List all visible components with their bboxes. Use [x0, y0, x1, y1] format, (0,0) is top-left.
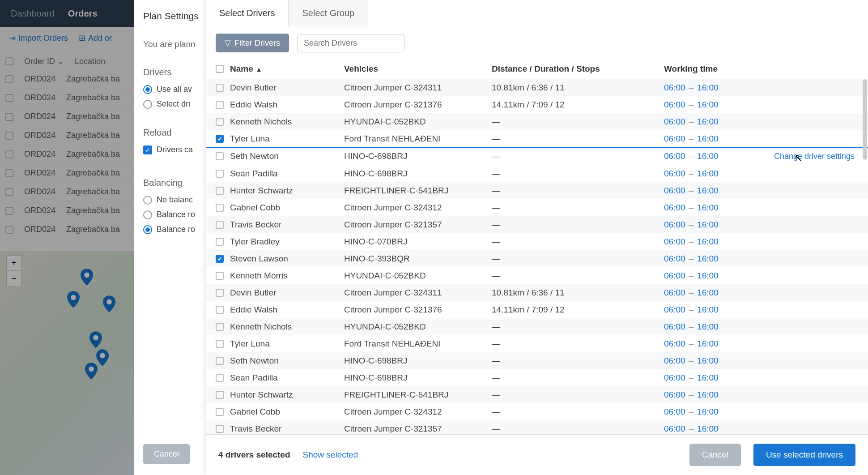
start-time-link[interactable]: 06:00	[664, 339, 685, 349]
start-time-link[interactable]: 06:00	[664, 322, 685, 332]
driver-row[interactable]: Eddie Walsh Citroen Jumper C-321376 14.1…	[206, 96, 868, 113]
start-time-link[interactable]: 06:00	[664, 356, 685, 366]
start-time-link[interactable]: 06:00	[664, 186, 685, 196]
use-selected-drivers-button[interactable]: Use selected drivers	[753, 444, 855, 466]
driver-checkbox[interactable]	[216, 425, 224, 433]
drivers-table-body[interactable]: Devin Butler Citroen Jumper C-324311 10.…	[206, 79, 868, 434]
col-name-header[interactable]: Name▲	[230, 64, 344, 74]
end-time-link[interactable]: 16:00	[697, 271, 719, 281]
driver-row[interactable]: Seth Newton HINO-C-698BRJ — 06:00 – 16:0…	[206, 352, 868, 369]
driver-checkbox[interactable]	[216, 306, 224, 314]
start-time-link[interactable]: 06:00	[664, 373, 685, 383]
driver-row[interactable]: Gabriel Cobb Citroen Jumper C-324312 — 0…	[206, 199, 868, 216]
start-time-link[interactable]: 06:00	[664, 407, 685, 417]
tab-select-drivers[interactable]: Select Drivers	[206, 0, 289, 27]
scrollbar[interactable]	[863, 79, 867, 434]
driver-checkbox[interactable]	[216, 323, 224, 331]
driver-row[interactable]: Steven Lawson HINO-C-393BQR — 06:00 – 16…	[206, 250, 868, 267]
driver-row[interactable]: Tyler Luna Ford Transit NEHLAĐENI — 06:0…	[206, 335, 868, 352]
col-vehicles-header[interactable]: Vehicles	[344, 64, 492, 74]
driver-checkbox[interactable]	[216, 374, 224, 382]
search-drivers-input[interactable]	[297, 34, 404, 52]
driver-checkbox[interactable]	[216, 272, 224, 280]
driver-row[interactable]: Seth Newton HINO-C-698BRJ — 06:00 – 16:0…	[206, 147, 868, 165]
start-time-link[interactable]: 06:00	[664, 203, 685, 213]
driver-checkbox[interactable]	[216, 238, 224, 246]
start-time-link[interactable]: 06:00	[664, 390, 685, 400]
start-time-link[interactable]: 06:00	[664, 134, 685, 144]
show-selected-link[interactable]: Show selected	[303, 450, 358, 460]
driver-row[interactable]: Devin Butler Citroen Jumper C-324311 10.…	[206, 284, 868, 301]
driver-checkbox[interactable]	[216, 289, 224, 297]
tab-select-group[interactable]: Select Group	[289, 0, 368, 27]
driver-checkbox[interactable]	[216, 340, 224, 348]
start-time-link[interactable]: 06:00	[664, 169, 685, 179]
driver-checkbox[interactable]	[216, 135, 224, 143]
end-time-link[interactable]: 16:00	[697, 237, 719, 247]
start-time-link[interactable]: 06:00	[664, 83, 685, 93]
start-time-link[interactable]: 06:00	[664, 237, 685, 247]
select-all-drivers-checkbox[interactable]	[216, 65, 224, 73]
change-driver-settings-link[interactable]: Change driver settings	[774, 152, 858, 161]
start-time-link[interactable]: 06:00	[664, 254, 685, 264]
driver-checkbox[interactable]	[216, 408, 224, 416]
start-time-link[interactable]: 06:00	[664, 151, 685, 161]
use-all-drivers-radio[interactable]: Use all av	[143, 85, 215, 94]
driver-row[interactable]: Hunter Schwartz FREIGHTLINER-C-541BRJ — …	[206, 386, 868, 403]
end-time-link[interactable]: 16:00	[697, 100, 719, 110]
no-balancing-radio[interactable]: No balanc	[143, 195, 215, 205]
end-time-link[interactable]: 16:00	[697, 169, 719, 179]
start-time-link[interactable]: 06:00	[664, 117, 685, 127]
end-time-link[interactable]: 16:00	[697, 390, 719, 400]
start-time-link[interactable]: 06:00	[664, 271, 685, 281]
driver-checkbox[interactable]	[216, 221, 224, 229]
end-time-link[interactable]: 16:00	[697, 203, 719, 213]
driver-checkbox[interactable]	[216, 255, 224, 263]
driver-row[interactable]: Tyler Luna Ford Transit NEHLAĐENI — 06:0…	[206, 130, 868, 147]
end-time-link[interactable]: 16:00	[697, 424, 719, 434]
select-drivers-radio[interactable]: Select dri	[143, 99, 215, 109]
driver-checkbox[interactable]	[216, 204, 224, 212]
driver-row[interactable]: Kenneth Nichols HYUNDAI-C-052BKD — 06:00…	[206, 318, 868, 335]
col-working-time-header[interactable]: Working time	[664, 64, 762, 74]
plan-settings-tab[interactable]: Plan Settings	[143, 11, 215, 21]
driver-row[interactable]: Eddie Walsh Citroen Jumper C-321376 14.1…	[206, 301, 868, 318]
modal-cancel-button[interactable]: Cancel	[689, 444, 741, 466]
end-time-link[interactable]: 16:00	[697, 254, 719, 264]
drivers-can-reload-checkbox[interactable]: ✓Drivers ca	[143, 145, 215, 154]
balance-routes-radio-1[interactable]: Balance ro	[143, 210, 215, 219]
driver-checkbox[interactable]	[216, 391, 224, 399]
driver-checkbox[interactable]	[216, 118, 224, 126]
driver-checkbox[interactable]	[216, 357, 224, 365]
start-time-link[interactable]: 06:00	[664, 305, 685, 315]
end-time-link[interactable]: 16:00	[697, 373, 719, 383]
end-time-link[interactable]: 16:00	[697, 356, 719, 366]
start-time-link[interactable]: 06:00	[664, 288, 685, 298]
driver-row[interactable]: Sean Padilla HINO-C-698BRJ — 06:00 – 16:…	[206, 369, 868, 386]
start-time-link[interactable]: 06:00	[664, 424, 685, 434]
end-time-link[interactable]: 16:00	[697, 339, 719, 349]
end-time-link[interactable]: 16:00	[697, 407, 719, 417]
end-time-link[interactable]: 16:00	[697, 288, 719, 298]
driver-checkbox[interactable]	[216, 187, 224, 195]
start-time-link[interactable]: 06:00	[664, 220, 685, 230]
balance-routes-radio-2[interactable]: Balance ro	[143, 225, 215, 234]
end-time-link[interactable]: 16:00	[697, 220, 719, 230]
driver-row[interactable]: Kenneth Nichols HYUNDAI-C-052BKD — 06:00…	[206, 113, 868, 130]
driver-checkbox[interactable]	[216, 101, 224, 109]
end-time-link[interactable]: 16:00	[697, 151, 719, 161]
end-time-link[interactable]: 16:00	[697, 322, 719, 332]
driver-row[interactable]: Kenneth Morris HYUNDAI-C-052BKD — 06:00 …	[206, 267, 868, 284]
driver-checkbox[interactable]	[216, 84, 224, 92]
col-distance-header[interactable]: Distance / Duration / Stops	[492, 64, 664, 74]
driver-row[interactable]: Sean Padilla HINO-C-698BRJ — 06:00 – 16:…	[206, 165, 868, 182]
start-time-link[interactable]: 06:00	[664, 100, 685, 110]
driver-row[interactable]: Devin Butler Citroen Jumper C-324311 10.…	[206, 79, 868, 96]
end-time-link[interactable]: 16:00	[697, 117, 719, 127]
filter-drivers-button[interactable]: ▽ Filter Drivers	[216, 34, 289, 52]
driver-checkbox[interactable]	[216, 170, 224, 178]
driver-checkbox[interactable]	[216, 152, 224, 160]
driver-row[interactable]: Tyler Bradley HINO-C-070BRJ — 06:00 – 16…	[206, 233, 868, 250]
end-time-link[interactable]: 16:00	[697, 305, 719, 315]
scrollbar-thumb[interactable]	[863, 79, 867, 160]
